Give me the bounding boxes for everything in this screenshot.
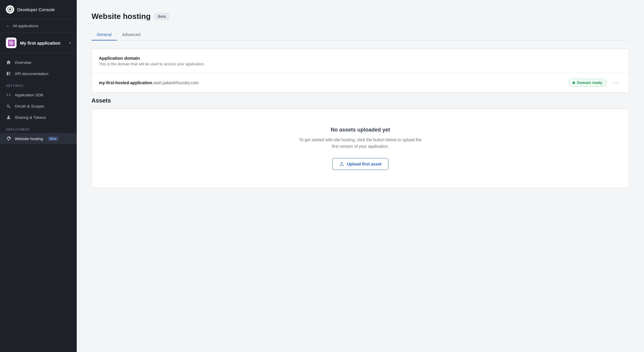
rocket-icon	[6, 136, 11, 141]
console-title: Developer Console	[17, 7, 55, 12]
svg-rect-6	[9, 75, 10, 75]
svg-point-8	[8, 116, 9, 117]
domain-url: my-first-hosted-application.swirl.palant…	[99, 80, 199, 85]
tab-advanced[interactable]: Advanced	[117, 29, 146, 40]
assets-section-title: Assets	[91, 97, 629, 104]
app-selector[interactable]: ⚛️ My first application ▾	[0, 33, 77, 53]
svg-rect-5	[9, 73, 10, 74]
svg-rect-4	[9, 72, 10, 73]
sidebar-item-sharing[interactable]: Sharing & Tokens	[0, 112, 77, 123]
sharing-icon	[6, 115, 11, 120]
api-docs-icon	[6, 71, 11, 76]
domain-suffix: .swirl.palantirfoundry.com	[152, 80, 199, 85]
assets-empty-title: No assets uploaded yet	[104, 127, 617, 133]
console-logo-icon	[6, 5, 14, 14]
settings-section-label: Settings	[0, 79, 77, 89]
assets-empty-description: To get started with site hosting, click …	[298, 137, 422, 150]
beta-tag: Beta	[155, 13, 169, 20]
status-dot-icon	[573, 82, 575, 84]
page-title: Website hosting	[91, 12, 151, 21]
chevron-down-icon: ▾	[69, 41, 71, 45]
svg-rect-3	[7, 72, 8, 75]
beta-badge-sidebar: Beta	[48, 137, 58, 141]
sidebar-item-oauth[interactable]: OAuth & Scopes	[0, 100, 77, 112]
svg-point-2	[10, 9, 11, 10]
sidebar: Developer Console ← All applications ⚛️ …	[0, 0, 77, 352]
sidebar-nav: Overview API documentation Settings Appl…	[0, 53, 77, 148]
domain-card: Application domain This is the domain th…	[91, 49, 629, 93]
back-arrow-icon: ←	[6, 23, 10, 28]
upload-button-label: Upload first asset	[347, 162, 381, 166]
domain-card-description: This is the domain that will be used to …	[99, 62, 622, 66]
page-header: Website hosting Beta	[91, 12, 629, 21]
console-header: Developer Console	[0, 0, 77, 19]
domain-card-title: Application domain	[99, 56, 622, 61]
tab-general[interactable]: General	[91, 29, 117, 40]
domain-ready-badge: Domain ready	[568, 79, 607, 87]
sidebar-item-website-hosting[interactable]: Website hosting Beta	[0, 133, 77, 144]
sidebar-item-app-sdk[interactable]: Application SDK	[0, 89, 77, 100]
deployment-section-label: Deployment	[0, 123, 77, 133]
upload-icon	[339, 161, 344, 167]
domain-card-header: Application domain This is the domain th…	[92, 49, 629, 73]
app-name: My first application	[20, 40, 66, 46]
back-to-applications[interactable]: ← All applications	[0, 19, 77, 33]
code-icon	[6, 92, 11, 98]
home-icon	[6, 60, 11, 65]
upload-first-asset-button[interactable]: Upload first asset	[332, 158, 388, 170]
domain-status-row: Domain ready ···	[568, 78, 622, 87]
sidebar-item-api-docs[interactable]: API documentation	[0, 68, 77, 79]
key-icon	[6, 103, 11, 109]
tabs-container: General Advanced	[91, 29, 629, 40]
app-icon: ⚛️	[6, 38, 17, 48]
main-content: Website hosting Beta General Advanced Ap…	[77, 0, 644, 352]
domain-more-button[interactable]: ···	[611, 78, 622, 87]
domain-row: my-first-hosted-application.swirl.palant…	[92, 73, 629, 92]
domain-bold-part: my-first-hosted-application	[99, 80, 152, 85]
assets-empty-card: No assets uploaded yet To get started wi…	[91, 109, 629, 188]
domain-status-label: Domain ready	[577, 80, 602, 85]
sidebar-item-overview[interactable]: Overview	[0, 57, 77, 68]
